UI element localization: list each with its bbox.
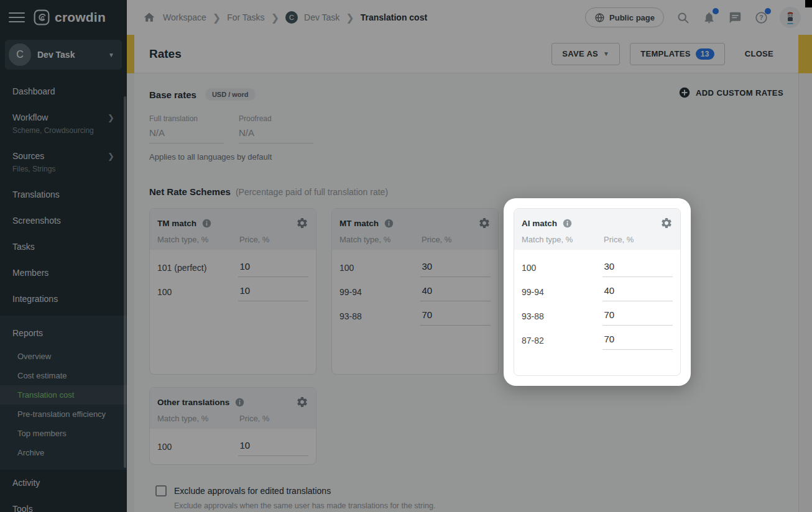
sidebar-item-members[interactable]: Members [0,260,127,286]
ai-match-spotlight: AI match Match type, %Price, % 100 30 99… [504,198,691,386]
base-rates-title: Base rates [149,89,196,100]
price-column-header: Price, % [604,235,634,244]
match-type-column-header: Match type, % [157,235,239,244]
full-translation-label: Full translation [149,114,224,123]
chevron-right-icon: ❯ [271,12,279,24]
public-page-label: Public page [609,13,655,22]
breadcrumb-project-avatar: C [285,11,298,24]
sidebar-item-screenshots[interactable]: Screenshots [0,208,127,234]
price-column-header: Price, % [422,235,451,244]
breadcrumb-dev-task[interactable]: Dev Task [304,12,339,22]
notifications-bell-icon[interactable] [701,10,716,25]
sidebar-reports-section: Reports Overview Cost estimate Translati… [0,316,127,470]
rate-row: 101 (perfect) 10 [157,258,308,277]
public-page-button[interactable]: Public page [585,7,664,27]
price-input[interactable]: 70 [602,307,673,326]
crowdin-logo[interactable]: crowdin [34,9,106,25]
price-input[interactable]: 40 [602,283,673,301]
sidebar-item-tools[interactable]: Tools [0,496,127,512]
chevron-right-icon: ❯ [108,152,114,161]
info-icon[interactable] [562,218,573,229]
help-icon[interactable]: ? [754,10,768,25]
gear-icon[interactable] [296,396,308,408]
full-translation-input[interactable]: N/A [149,127,224,144]
hamburger-menu-icon[interactable] [9,9,25,25]
sidebar-item-tasks[interactable]: Tasks [0,234,127,260]
sidebar-item-translation-cost[interactable]: Translation cost [0,385,127,405]
search-icon[interactable] [675,10,690,25]
net-rate-schemes-subtitle: (Percentage paid of full translation rat… [236,187,388,197]
close-button[interactable]: CLOSE [735,43,783,65]
sidebar-item-integrations[interactable]: Integrations [0,286,127,312]
sidebar-item-top-members[interactable]: Top members [0,424,127,443]
info-icon[interactable] [234,397,245,408]
rate-row: 100 10 [157,283,308,301]
proofread-input[interactable]: N/A [239,127,313,144]
sidebar-item-translations[interactable]: Translations [0,181,127,208]
notification-dot [765,8,771,14]
match-type-column-header: Match type, % [522,235,604,244]
price-input[interactable]: 10 [238,283,308,301]
mt-match-title: MT match [339,219,379,228]
chevron-down-icon: ▼ [603,50,609,57]
price-column-header: Price, % [239,414,269,423]
cursor-artifact [805,0,812,7]
exclude-approvals-checkbox-row[interactable]: Exclude approvals for edited translation… [155,485,783,496]
net-rate-schemes-title: Net Rate Schemes [149,186,231,197]
breadcrumb-workspace[interactable]: Workspace [163,12,206,22]
match-type-column-header: Match type, % [157,414,239,423]
chevron-down-icon: ▼ [108,52,114,58]
exclude-approvals-hint: Exclude approvals when the same user has… [155,501,783,510]
rate-row: 100 30 [339,258,491,277]
sidebar-item-workflow[interactable]: Workflow❯ Scheme, Crowdsourcing [0,104,127,143]
home-icon[interactable] [142,10,157,25]
other-translations-title: Other translations [157,398,229,407]
price-input[interactable]: 10 [238,437,308,456]
breadcrumb-for-tasks[interactable]: For Tasks [227,12,264,22]
tm-match-title: TM match [157,219,196,228]
background-page-strip [127,73,134,512]
top-bar: Workspace ❯ For Tasks ❯ C Dev Task ❯ Tra… [127,0,812,35]
sidebar-item-reports[interactable]: Reports [0,319,127,347]
breadcrumb-translation-cost: Translation cost [361,12,427,22]
sidebar-item-pre-translation-efficiency[interactable]: Pre-translation efficiency [0,405,127,424]
rates-modal: Rates SAVE AS▼ TEMPLATES13 CLOSE Base ra… [134,35,798,512]
messages-icon[interactable] [727,10,742,25]
price-input[interactable]: 30 [602,258,673,277]
checkbox-unchecked[interactable] [155,485,167,496]
background-banner-strip [798,35,812,73]
background-banner-strip [127,35,134,73]
sidebar-scrollbar[interactable] [124,96,126,468]
gear-icon[interactable] [478,217,491,229]
tm-match-card: TM match Match type, %Price, % 101 (perf… [149,208,316,375]
price-input[interactable]: 40 [420,283,491,301]
user-avatar[interactable] [780,7,801,28]
sidebar-item-cost-estimate[interactable]: Cost estimate [0,366,127,385]
sidebar-item-sources-subtitle: Files, Strings [12,165,114,173]
info-icon[interactable] [384,218,394,229]
project-avatar: C [9,43,31,66]
info-icon[interactable] [201,218,212,229]
sidebar-item-sources[interactable]: Sources❯ Files, Strings [0,143,127,181]
sidebar-item-dashboard[interactable]: Dashboard [0,78,127,104]
match-type-column-header: Match type, % [339,235,422,244]
chevron-right-icon: ❯ [108,113,114,122]
gear-icon[interactable] [296,217,308,229]
rate-row: 93-88 70 [522,307,673,326]
ai-match-card: AI match Match type, %Price, % 100 30 99… [514,208,681,376]
add-custom-rates-button[interactable]: ADD CUSTOM RATES [679,87,783,98]
templates-button[interactable]: TEMPLATES13 [630,43,724,65]
sidebar-item-overview[interactable]: Overview [0,347,127,366]
project-selector[interactable]: C Dev Task ▼ [5,40,122,70]
rate-row: 93-88 70 [339,307,491,326]
price-input[interactable]: 70 [420,307,491,326]
sidebar-item-archive[interactable]: Archive [0,443,127,462]
price-input[interactable]: 70 [602,331,673,350]
save-as-button[interactable]: SAVE AS▼ [551,43,620,65]
price-input[interactable]: 30 [420,258,491,277]
page-scrollbar-track[interactable] [798,73,812,512]
gear-icon[interactable] [660,217,673,229]
templates-count-badge: 13 [696,48,714,60]
price-input[interactable]: 10 [238,258,308,277]
sidebar-item-activity[interactable]: Activity [0,470,127,496]
